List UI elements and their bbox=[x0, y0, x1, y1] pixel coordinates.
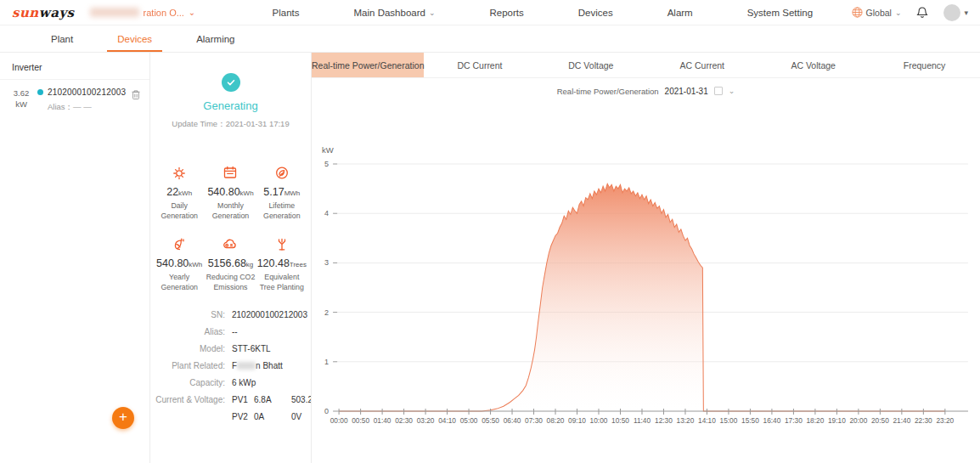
chart-tab-ac-current[interactable]: AC Current bbox=[646, 53, 758, 77]
section-tabbar: PlantDevicesAlarming bbox=[0, 25, 980, 53]
detail-value: 6 kWp bbox=[232, 378, 256, 387]
x-axis-tick-label: 22:30 bbox=[915, 416, 932, 425]
x-axis-tick-label: 18:20 bbox=[807, 416, 825, 425]
x-axis-tick-label: 15:00 bbox=[720, 416, 738, 425]
x-axis-tick-label: 16:40 bbox=[763, 416, 781, 425]
nav-item-devices[interactable]: Devices bbox=[551, 8, 640, 18]
nav-item-system-setting[interactable]: System Setting bbox=[720, 8, 840, 18]
calendar-icon[interactable] bbox=[714, 87, 723, 95]
detail-row-model-: Model:STT-6KTL bbox=[150, 344, 311, 353]
detail-label: SN: bbox=[150, 310, 225, 319]
detail-value-suffix: n Bhatt bbox=[256, 361, 283, 370]
x-axis-tick-label: 17:30 bbox=[785, 416, 803, 425]
logo-ways-text: ways bbox=[39, 5, 75, 20]
chevron-down-icon: ⌄ bbox=[895, 8, 902, 17]
user-menu[interactable]: ▾ bbox=[943, 4, 968, 21]
stat-lifetime-generation: 5.17MWhLifetime Generation bbox=[256, 162, 307, 222]
stat-value: 540.80kWh bbox=[154, 257, 205, 269]
x-axis-tick-label: 01:40 bbox=[374, 416, 391, 425]
co2-reduction-icon bbox=[205, 234, 256, 252]
pv-cell: 6.8A bbox=[254, 395, 291, 404]
stat-label: Equivalent Tree Planting bbox=[256, 273, 307, 293]
chart-title: Real-time Power/Generation bbox=[557, 87, 659, 96]
status-update-time: Update Time：2021-01-31 17:19 bbox=[150, 119, 311, 130]
lifetime-generation-icon bbox=[256, 162, 307, 181]
chevron-down-icon: ⌄ bbox=[429, 8, 436, 17]
device-details-list: SN:2102000100212003Alias:--Model:STT-6KT… bbox=[150, 310, 311, 421]
pv-cell: 503.2V bbox=[291, 395, 312, 404]
x-axis-tick-label: 11:40 bbox=[634, 416, 651, 425]
stat-number: 5156.68 bbox=[208, 257, 246, 269]
chart-tabs: Real-time Power/GenerationDC CurrentDC V… bbox=[312, 53, 980, 78]
x-axis-tick-label: 13:20 bbox=[677, 416, 695, 425]
nav-item-label: Main Dashboard bbox=[354, 8, 425, 18]
x-axis-tick-label: 09:10 bbox=[568, 416, 586, 425]
top-navigation: sunways ration O... ⌄ PlantsMain Dashboa… bbox=[0, 0, 980, 25]
stat-value: 22kWh bbox=[154, 186, 205, 198]
update-time-label: Update Time： bbox=[172, 119, 225, 128]
tab-plant[interactable]: Plant bbox=[29, 25, 95, 52]
chart-tab-real-time-power-generation[interactable]: Real-time Power/Generation bbox=[312, 53, 424, 77]
x-axis-tick-label: 10:50 bbox=[611, 416, 629, 425]
nav-item-label: Reports bbox=[489, 8, 523, 18]
tree-planting-icon bbox=[256, 234, 307, 252]
stat-value: 120.48Trees bbox=[256, 257, 307, 269]
stat-label: Monthly Generation bbox=[205, 201, 256, 222]
x-axis-tick-label: 12:30 bbox=[655, 416, 673, 425]
stat-unit: kWh bbox=[189, 261, 202, 268]
stat-number: 120.48 bbox=[257, 257, 290, 269]
device-power-value: 3.62 bbox=[5, 88, 37, 99]
notification-bell-button[interactable] bbox=[916, 6, 928, 19]
nav-item-plants[interactable]: Plants bbox=[245, 8, 327, 18]
x-axis-tick-label: 02:30 bbox=[395, 416, 413, 425]
chart-tab-frequency[interactable]: Frequency bbox=[869, 53, 980, 77]
chart-tab-ac-voltage[interactable]: AC Voltage bbox=[758, 53, 869, 77]
stat-label: Lifetime Generation bbox=[256, 201, 307, 222]
detail-row-alias-: Alias:-- bbox=[150, 327, 311, 336]
logo-sun-text: sun bbox=[12, 5, 39, 20]
add-device-button[interactable]: + bbox=[112, 407, 134, 429]
stat-value: 5.17MWh bbox=[256, 186, 307, 198]
tab-alarming[interactable]: Alarming bbox=[174, 25, 256, 52]
detail-row-plant-related-: Plant Related:Fn Bhatt bbox=[150, 361, 311, 370]
x-axis-tick-label: 03:20 bbox=[417, 416, 435, 425]
user-avatar bbox=[943, 4, 960, 21]
chart-tab-dc-voltage[interactable]: DC Voltage bbox=[535, 53, 646, 77]
delete-device-button[interactable] bbox=[129, 88, 143, 113]
nav-item-reports[interactable]: Reports bbox=[462, 8, 550, 18]
pv-current-voltage-table: PV16.8A503.2VPV20A0V bbox=[232, 395, 312, 421]
x-axis-tick-label: 04:10 bbox=[438, 416, 456, 425]
x-axis-tick-label: 00:50 bbox=[352, 416, 369, 425]
x-axis-tick-label: 06:40 bbox=[504, 416, 521, 425]
stat-unit: kWh bbox=[178, 189, 192, 197]
status-dot bbox=[37, 89, 43, 95]
language-selector[interactable]: Global ⌄ bbox=[852, 7, 902, 18]
device-power: 3.62 kW bbox=[5, 88, 37, 113]
detail-label: Capacity: bbox=[150, 378, 225, 387]
stat-number: 22 bbox=[166, 186, 178, 198]
nav-item-alarm[interactable]: Alarm bbox=[640, 8, 720, 18]
y-axis-tick-label: 4 bbox=[324, 209, 329, 217]
stat-yearly-generation: 540.80kWhYearly Generation bbox=[154, 234, 205, 293]
nav-item-main-dashboard[interactable]: Main Dashboard⌄ bbox=[327, 8, 463, 18]
inverter-list-item[interactable]: 3.62 kW 2102000100212003 Alias：— — bbox=[0, 80, 149, 116]
tab-devices[interactable]: Devices bbox=[95, 25, 174, 52]
chevron-down-icon: ⌄ bbox=[189, 8, 195, 17]
stat-monthly-generation: 540.80kWhMonthly Generation bbox=[205, 162, 256, 222]
masked-plant-name bbox=[90, 8, 139, 17]
stat-value: 540.80kWh bbox=[205, 186, 256, 198]
chart-tab-dc-current[interactable]: DC Current bbox=[424, 53, 535, 77]
plant-select-dropdown[interactable]: ration O... ⌄ bbox=[90, 8, 205, 18]
detail-row-current-voltage: Current & Voltage:PV16.8A503.2VPV20A0V bbox=[150, 395, 311, 421]
globe-icon bbox=[852, 7, 863, 18]
x-axis-tick-label: 19:10 bbox=[828, 416, 846, 425]
chart-date[interactable]: 2021-01-31 bbox=[665, 87, 708, 96]
pv-cell: PV1 bbox=[232, 395, 254, 404]
stat-daily-generation: 22kWhDaily Generation bbox=[154, 162, 205, 222]
stat-value: 5156.68kg bbox=[205, 257, 256, 269]
chevron-down-icon[interactable]: ⌄ bbox=[729, 87, 735, 95]
device-detail-panel: Generating Update Time：2021-01-31 17:19 … bbox=[150, 53, 312, 463]
nav-item-label: Devices bbox=[578, 8, 613, 18]
device-status: Generating Update Time：2021-01-31 17:19 bbox=[150, 53, 311, 130]
main-content: Inverter 3.62 kW 2102000100212003 Alias：… bbox=[0, 53, 980, 463]
